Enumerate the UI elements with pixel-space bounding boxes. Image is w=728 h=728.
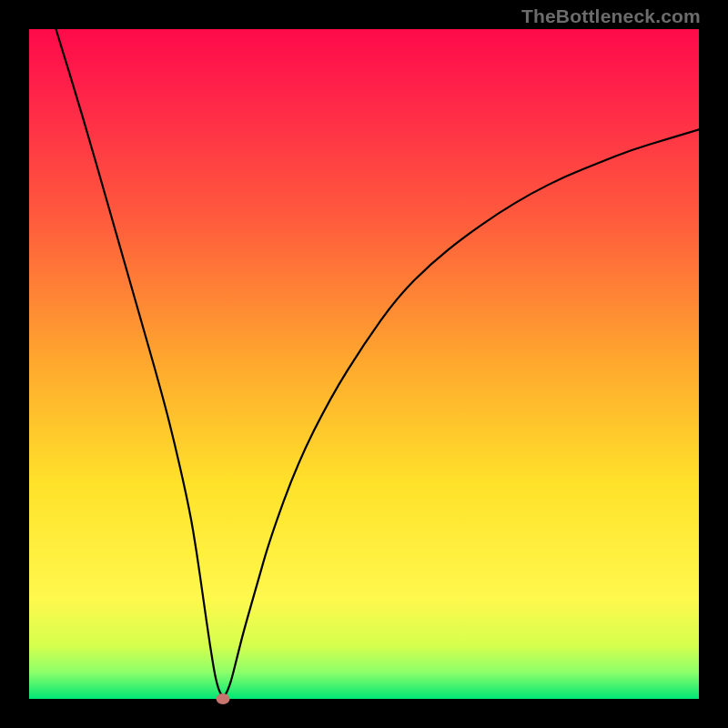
- minimum-marker: [217, 693, 230, 704]
- bottleneck-curve: [29, 29, 699, 699]
- watermark-text: TheBottleneck.com: [521, 5, 701, 27]
- plot-area: [29, 29, 699, 699]
- chart-frame: TheBottleneck.com: [0, 0, 728, 728]
